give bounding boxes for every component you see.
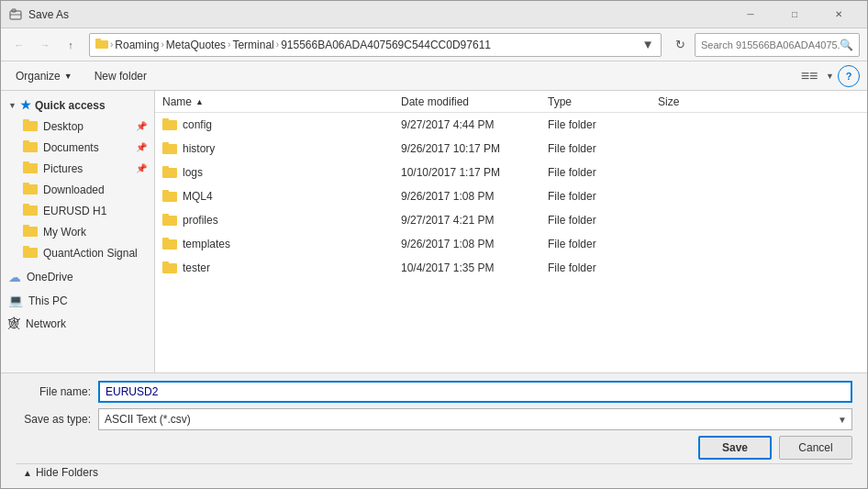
sidebar-item-eurusd[interactable]: EURUSD H1 bbox=[1, 200, 154, 221]
help-button[interactable]: ? bbox=[838, 65, 860, 87]
quick-access-chevron-icon: ▼ bbox=[8, 101, 17, 110]
svg-rect-10 bbox=[23, 161, 29, 164]
up-button[interactable]: ↑ bbox=[60, 34, 82, 56]
back-button[interactable]: ← bbox=[8, 34, 30, 56]
thispc-icon: 💻 bbox=[8, 294, 23, 307]
file-list-header: Name ▲ Date modified Type Size bbox=[155, 91, 867, 113]
maximize-button[interactable]: □ bbox=[773, 1, 816, 28]
file-date-cell: 9/26/2017 1:08 PM bbox=[394, 238, 540, 250]
sidebar-item-documents[interactable]: Documents 📌 bbox=[1, 137, 154, 158]
table-row[interactable]: templates 9/26/2017 1:08 PM File folder bbox=[155, 232, 867, 256]
bottom-area: File name: Save as type: ASCII Text (*.c… bbox=[1, 372, 867, 488]
svg-rect-29 bbox=[162, 239, 177, 250]
sidebar-eurusd-label: EURUSD H1 bbox=[43, 205, 106, 217]
file-name: MQL4 bbox=[183, 190, 213, 203]
address-path: › Roaming › MetaQuotes › Terminal › 9155… bbox=[95, 38, 640, 51]
file-name-cell: MQL4 bbox=[155, 189, 394, 205]
sidebar-item-desktop[interactable]: Desktop 📌 bbox=[1, 116, 154, 137]
desktop-folder-icon bbox=[23, 118, 38, 134]
address-part-metaquotes[interactable]: MetaQuotes bbox=[166, 39, 226, 51]
organize-label: Organize bbox=[16, 70, 61, 83]
table-row[interactable]: tester 10/4/2017 1:35 PM File folder bbox=[155, 256, 867, 280]
save-button[interactable]: Save bbox=[698, 436, 772, 460]
svg-rect-14 bbox=[23, 204, 29, 206]
forward-button[interactable]: → bbox=[34, 34, 56, 56]
quick-access-label: Quick access bbox=[35, 99, 106, 112]
table-row[interactable]: config 9/27/2017 4:44 PM File folder bbox=[155, 113, 867, 137]
file-name-cell: tester bbox=[155, 261, 394, 276]
sidebar-quick-access-header[interactable]: ▼ ★ Quick access bbox=[1, 94, 154, 116]
minimize-button[interactable]: ─ bbox=[729, 1, 772, 28]
content-area: ▼ ★ Quick access Desktop 📌 bbox=[1, 91, 867, 372]
svg-rect-24 bbox=[162, 166, 169, 169]
save-as-dialog: Save As ─ □ ✕ ← → ↑ › Roaming › MetaQuot bbox=[0, 0, 868, 489]
address-bar[interactable]: › Roaming › MetaQuotes › Terminal › 9155… bbox=[89, 33, 662, 57]
address-dropdown-button[interactable]: ▼ bbox=[640, 34, 655, 56]
button-row: Save Cancel bbox=[16, 436, 852, 460]
table-row[interactable]: profiles 9/27/2017 4:21 PM File folder bbox=[155, 208, 867, 232]
address-part-terminal[interactable]: Terminal bbox=[232, 39, 273, 51]
organize-button[interactable]: Organize ▼ bbox=[8, 65, 80, 87]
filename-input[interactable] bbox=[98, 381, 852, 403]
navigation-bar: ← → ↑ › Roaming › MetaQuotes › Terminal … bbox=[1, 28, 867, 61]
new-folder-label: New folder bbox=[95, 70, 147, 83]
sidebar-desktop-label: Desktop bbox=[43, 120, 83, 133]
search-input[interactable] bbox=[701, 39, 840, 50]
folder-icon bbox=[162, 117, 177, 133]
sidebar-item-onedrive[interactable]: ☁ OneDrive bbox=[1, 267, 154, 287]
table-row[interactable]: logs 10/10/2017 1:17 PM File folder bbox=[155, 161, 867, 184]
file-date-cell: 9/27/2017 4:21 PM bbox=[394, 214, 540, 227]
search-bar[interactable]: 🔍 bbox=[695, 33, 860, 57]
new-folder-button[interactable]: New folder bbox=[87, 65, 154, 87]
svg-rect-27 bbox=[162, 216, 177, 226]
sidebar-network-label: Network bbox=[26, 317, 66, 330]
file-name: logs bbox=[183, 166, 203, 179]
cancel-button[interactable]: Cancel bbox=[779, 436, 852, 460]
hide-folders-label: Hide Folders bbox=[36, 466, 98, 479]
file-name: tester bbox=[183, 261, 210, 274]
toolbar-right: ≡≡ ▼ ? bbox=[796, 65, 860, 87]
svg-rect-15 bbox=[23, 227, 38, 237]
sidebar-item-pictures[interactable]: Pictures 📌 bbox=[1, 158, 154, 179]
hide-folders-chevron-icon: ▲ bbox=[23, 468, 32, 478]
sidebar-item-mywork[interactable]: My Work bbox=[1, 221, 154, 242]
sidebar-item-quantaction[interactable]: QuantAction Signal bbox=[1, 242, 154, 263]
sidebar-quantaction-label: QuantAction Signal bbox=[43, 247, 138, 260]
close-button[interactable]: ✕ bbox=[818, 1, 860, 28]
sidebar-item-thispc[interactable]: 💻 This PC bbox=[1, 291, 154, 310]
file-rows: config 9/27/2017 4:44 PM File folder his… bbox=[155, 113, 867, 280]
svg-rect-8 bbox=[23, 140, 29, 143]
refresh-button[interactable]: ↻ bbox=[669, 33, 691, 57]
sidebar-documents-label: Documents bbox=[43, 141, 99, 154]
pin-icon: 📌 bbox=[136, 121, 147, 131]
sidebar-item-network[interactable]: 🕸 Network bbox=[1, 314, 154, 333]
address-part-roaming[interactable]: Roaming bbox=[115, 39, 159, 51]
view-button[interactable]: ≡≡ bbox=[796, 65, 822, 87]
column-date[interactable]: Date modified bbox=[394, 91, 540, 112]
hide-folders-row[interactable]: ▲ Hide Folders bbox=[16, 463, 852, 481]
savetype-label: Save as type: bbox=[16, 413, 98, 426]
address-part-id[interactable]: 915566BA06ADA407569C544CC0D97611 bbox=[281, 39, 491, 51]
column-name[interactable]: Name ▲ bbox=[155, 91, 394, 112]
table-row[interactable]: history 9/26/2017 10:17 PM File folder bbox=[155, 137, 867, 161]
table-row[interactable]: MQL4 9/26/2017 1:08 PM File folder bbox=[155, 184, 867, 208]
filename-row: File name: bbox=[16, 381, 852, 403]
svg-rect-12 bbox=[23, 183, 29, 185]
window-title: Save As bbox=[28, 8, 729, 21]
onedrive-icon: ☁ bbox=[8, 270, 21, 284]
column-type[interactable]: Type bbox=[540, 91, 651, 112]
savetype-row: Save as type: ASCII Text (*.csv) ▼ bbox=[16, 408, 852, 430]
file-date-cell: 9/26/2017 10:17 PM bbox=[394, 142, 540, 155]
filename-label: File name: bbox=[16, 385, 98, 398]
svg-rect-9 bbox=[23, 163, 38, 173]
downloaded-folder-icon bbox=[23, 182, 38, 197]
file-date-cell: 9/27/2017 4:44 PM bbox=[394, 118, 540, 131]
sidebar-thispc-label: This PC bbox=[28, 295, 68, 307]
column-size[interactable]: Size bbox=[651, 91, 724, 112]
savetype-select[interactable]: ASCII Text (*.csv) bbox=[98, 408, 852, 430]
sidebar-item-downloaded[interactable]: Downloaded bbox=[1, 179, 154, 200]
organize-chevron-icon: ▼ bbox=[64, 72, 72, 81]
folder-icon bbox=[162, 237, 177, 252]
pictures-folder-icon bbox=[23, 161, 38, 176]
file-type-cell: File folder bbox=[540, 261, 651, 274]
